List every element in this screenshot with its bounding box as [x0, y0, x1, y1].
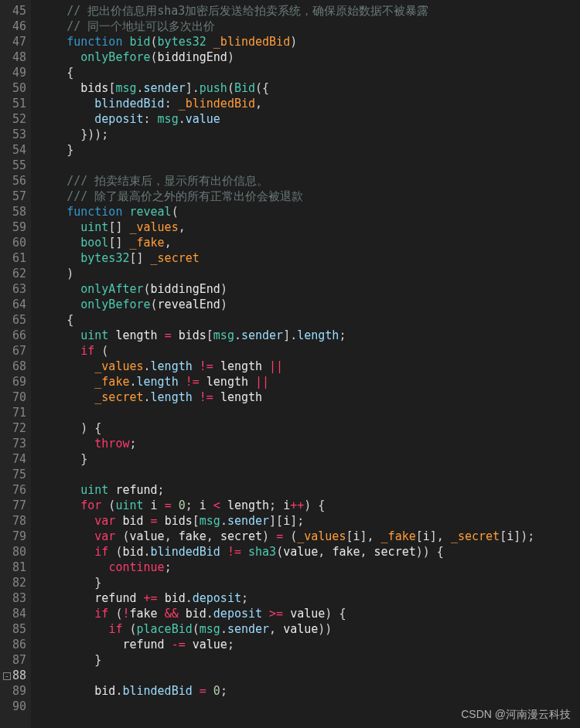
code-line[interactable]: refund += bid.deposit;	[39, 590, 580, 606]
line-number: 84	[3, 606, 26, 621]
code-area[interactable]: // 把出价信息用sha3加密后发送给拍卖系统，确保原始数据不被暴露 // 同一…	[31, 0, 580, 728]
watermark-label: CSDN @河南漫云科技	[461, 706, 571, 722]
code-line[interactable]: /// 除了最高价之外的所有正常出价会被退款	[39, 189, 580, 204]
code-line[interactable]: uint refund;	[39, 482, 580, 498]
line-number: 67	[3, 343, 26, 359]
line-number-gutter: 4546474849505152535455565758596061626364…	[0, 0, 31, 728]
line-number: -88	[3, 668, 26, 683]
code-line[interactable]: bids[msg.sender].push(Bid({	[39, 80, 580, 96]
code-line[interactable]: }	[39, 652, 580, 668]
code-line[interactable]: {	[39, 312, 580, 328]
line-number: 86	[3, 637, 26, 652]
line-number: 72	[3, 420, 26, 436]
line-number: 73	[3, 436, 26, 451]
line-number: 54	[3, 142, 26, 158]
line-number: 64	[3, 297, 26, 312]
code-line[interactable]: bid.blindedBid = 0;	[39, 683, 580, 699]
code-editor[interactable]: 4546474849505152535455565758596061626364…	[0, 0, 580, 728]
line-number: 74	[3, 451, 26, 467]
line-number: 90	[3, 699, 26, 714]
line-number: 62	[3, 266, 26, 281]
line-number: 85	[3, 621, 26, 637]
code-line[interactable]: ) {	[39, 420, 580, 436]
code-line[interactable]: if (placeBid(msg.sender, value))	[39, 621, 580, 637]
code-line[interactable]: }	[39, 142, 580, 158]
code-line[interactable]: onlyBefore(biddingEnd)	[39, 49, 580, 65]
code-line[interactable]	[39, 467, 580, 482]
code-line[interactable]: {	[39, 65, 580, 80]
code-line[interactable]: uint[] _values,	[39, 219, 580, 235]
line-number: 68	[3, 359, 26, 374]
code-line[interactable]: function reveal(	[39, 204, 580, 219]
line-number: 57	[3, 189, 26, 204]
code-line[interactable]: uint length = bids[msg.sender].length;	[39, 328, 580, 343]
code-line[interactable]: )	[39, 266, 580, 281]
code-line[interactable]: var (value, fake, secret) = (_values[i],…	[39, 529, 580, 544]
code-line[interactable]: for (uint i = 0; i < length; i++) {	[39, 498, 580, 513]
line-number: 89	[3, 683, 26, 699]
line-number: 79	[3, 529, 26, 544]
line-number: 61	[3, 250, 26, 266]
code-line[interactable]	[39, 668, 580, 683]
code-line[interactable]: onlyAfter(biddingEnd)	[39, 281, 580, 297]
line-number: 75	[3, 467, 26, 482]
code-line[interactable]: if (!fake && bid.deposit >= value) {	[39, 606, 580, 621]
code-line[interactable]: if (	[39, 343, 580, 359]
code-line[interactable]: // 同一个地址可以多次出价	[39, 19, 580, 34]
line-number: 46	[3, 19, 26, 34]
code-line[interactable]: bytes32[] _secret	[39, 250, 580, 266]
code-line[interactable]: blindedBid: _blindedBid,	[39, 96, 580, 111]
code-line[interactable]: throw;	[39, 436, 580, 451]
code-line[interactable]	[39, 158, 580, 173]
code-line[interactable]: }	[39, 575, 580, 590]
line-number: 66	[3, 328, 26, 343]
line-number: 56	[3, 173, 26, 189]
line-number: 51	[3, 96, 26, 111]
line-number: 52	[3, 111, 26, 127]
code-line[interactable]: }	[39, 451, 580, 467]
code-line[interactable]: _secret.length != length	[39, 390, 580, 405]
line-number: 76	[3, 482, 26, 498]
code-line[interactable]: continue;	[39, 560, 580, 575]
code-line[interactable]: bool[] _fake,	[39, 235, 580, 250]
code-line[interactable]: if (bid.blindedBid != sha3(value, fake, …	[39, 544, 580, 560]
code-line[interactable]: function bid(bytes32 _blindedBid)	[39, 34, 580, 49]
line-number: 49	[3, 65, 26, 80]
code-line[interactable]: refund -= value;	[39, 637, 580, 652]
line-number: 78	[3, 513, 26, 529]
code-line[interactable]: /// 拍卖结束后，显示所有出价信息。	[39, 173, 580, 189]
line-number: 53	[3, 127, 26, 142]
line-number: 45	[3, 3, 26, 19]
code-line[interactable]	[39, 405, 580, 420]
line-number: 63	[3, 281, 26, 297]
line-number: 82	[3, 575, 26, 590]
fold-icon[interactable]: -	[3, 672, 11, 680]
line-number: 83	[3, 590, 26, 606]
code-line[interactable]: // 把出价信息用sha3加密后发送给拍卖系统，确保原始数据不被暴露	[39, 3, 580, 19]
line-number: 59	[3, 219, 26, 235]
line-number: 58	[3, 204, 26, 219]
code-line[interactable]: }));	[39, 127, 580, 142]
code-line[interactable]: deposit: msg.value	[39, 111, 580, 127]
code-line[interactable]: _values.length != length ||	[39, 359, 580, 374]
line-number: 69	[3, 374, 26, 390]
line-number: 81	[3, 560, 26, 575]
line-number: 60	[3, 235, 26, 250]
line-number: 71	[3, 405, 26, 420]
line-number: 70	[3, 390, 26, 405]
code-line[interactable]: onlyBefore(revealEnd)	[39, 297, 580, 312]
line-number: 47	[3, 34, 26, 49]
line-number: 87	[3, 652, 26, 668]
line-number: 80	[3, 544, 26, 560]
code-line[interactable]: var bid = bids[msg.sender][i];	[39, 513, 580, 529]
line-number: 65	[3, 312, 26, 328]
code-line[interactable]: _fake.length != length ||	[39, 374, 580, 390]
line-number: 55	[3, 158, 26, 173]
line-number: 77	[3, 498, 26, 513]
line-number: 48	[3, 49, 26, 65]
line-number: 50	[3, 80, 26, 96]
